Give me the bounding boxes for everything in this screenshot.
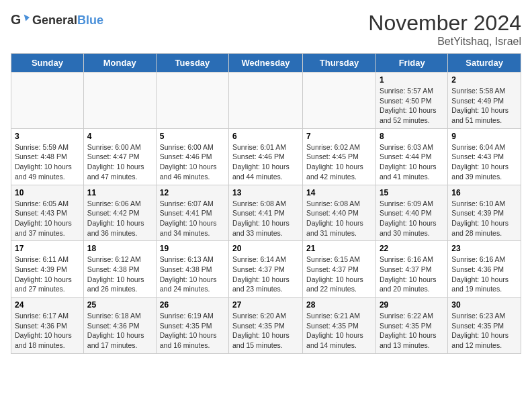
day-cell: 30Sunrise: 6:23 AM Sunset: 4:35 PM Dayli… <box>448 298 521 354</box>
day-cell <box>11 73 84 129</box>
day-number: 15 <box>380 188 444 197</box>
day-number: 5 <box>160 132 225 141</box>
day-cell: 12Sunrise: 6:07 AM Sunset: 4:41 PM Dayli… <box>156 185 228 241</box>
day-number: 1 <box>380 75 444 85</box>
day-info: Sunrise: 6:08 AM Sunset: 4:41 PM Dayligh… <box>232 199 290 237</box>
day-cell: 27Sunrise: 6:20 AM Sunset: 4:35 PM Dayli… <box>229 298 303 354</box>
day-cell <box>156 73 228 129</box>
day-number: 9 <box>451 132 517 141</box>
day-info: Sunrise: 6:23 AM Sunset: 4:35 PM Dayligh… <box>451 312 508 349</box>
day-info: Sunrise: 6:16 AM Sunset: 4:36 PM Dayligh… <box>451 255 508 293</box>
day-info: Sunrise: 6:11 AM Sunset: 4:39 PM Dayligh… <box>15 255 72 293</box>
day-cell: 1Sunrise: 5:57 AM Sunset: 4:50 PM Daylig… <box>375 73 447 129</box>
day-number: 25 <box>87 300 152 310</box>
calendar-header-row: SundayMondayTuesdayWednesdayThursdayFrid… <box>11 54 521 73</box>
day-number: 28 <box>306 300 372 310</box>
day-cell: 19Sunrise: 6:13 AM Sunset: 4:38 PM Dayli… <box>156 241 228 298</box>
day-number: 20 <box>232 244 299 253</box>
day-cell: 26Sunrise: 6:19 AM Sunset: 4:35 PM Dayli… <box>156 298 228 354</box>
day-info: Sunrise: 6:01 AM Sunset: 4:46 PM Dayligh… <box>232 143 290 181</box>
day-number: 22 <box>380 244 444 253</box>
day-cell: 7Sunrise: 6:02 AM Sunset: 4:45 PM Daylig… <box>303 128 376 185</box>
day-cell: 25Sunrise: 6:18 AM Sunset: 4:36 PM Dayli… <box>83 298 156 354</box>
day-cell <box>83 73 156 129</box>
day-cell: 2Sunrise: 5:58 AM Sunset: 4:49 PM Daylig… <box>448 73 521 129</box>
day-info: Sunrise: 6:07 AM Sunset: 4:41 PM Dayligh… <box>160 199 217 237</box>
week-row-3: 10Sunrise: 6:05 AM Sunset: 4:43 PM Dayli… <box>11 185 521 241</box>
day-number: 16 <box>451 188 517 197</box>
day-number: 26 <box>160 300 225 310</box>
day-info: Sunrise: 6:20 AM Sunset: 4:35 PM Dayligh… <box>232 312 290 349</box>
day-info: Sunrise: 6:10 AM Sunset: 4:39 PM Dayligh… <box>451 199 508 237</box>
day-info: Sunrise: 6:09 AM Sunset: 4:40 PM Dayligh… <box>380 199 437 237</box>
day-number: 2 <box>451 75 517 85</box>
day-number: 14 <box>306 188 372 197</box>
day-number: 10 <box>15 188 80 197</box>
day-info: Sunrise: 6:02 AM Sunset: 4:45 PM Dayligh… <box>306 143 363 181</box>
day-number: 3 <box>15 132 80 141</box>
week-row-1: 1Sunrise: 5:57 AM Sunset: 4:50 PM Daylig… <box>11 73 521 129</box>
day-cell: 17Sunrise: 6:11 AM Sunset: 4:39 PM Dayli… <box>11 241 84 298</box>
day-number: 8 <box>380 132 444 141</box>
day-cell: 29Sunrise: 6:22 AM Sunset: 4:35 PM Dayli… <box>375 298 447 354</box>
day-cell <box>303 73 376 129</box>
day-cell: 11Sunrise: 6:06 AM Sunset: 4:42 PM Dayli… <box>83 185 156 241</box>
day-number: 21 <box>306 244 372 253</box>
week-row-2: 3Sunrise: 5:59 AM Sunset: 4:48 PM Daylig… <box>11 128 521 185</box>
logo-icon: G <box>11 11 30 30</box>
day-header-thursday: Thursday <box>303 54 376 73</box>
day-header-friday: Friday <box>375 54 447 73</box>
day-info: Sunrise: 6:17 AM Sunset: 4:36 PM Dayligh… <box>15 312 72 349</box>
day-info: Sunrise: 6:00 AM Sunset: 4:46 PM Dayligh… <box>160 143 217 181</box>
day-info: Sunrise: 5:58 AM Sunset: 4:49 PM Dayligh… <box>451 87 508 124</box>
day-info: Sunrise: 6:15 AM Sunset: 4:37 PM Dayligh… <box>306 255 363 293</box>
day-cell: 16Sunrise: 6:10 AM Sunset: 4:39 PM Dayli… <box>448 185 521 241</box>
day-cell: 8Sunrise: 6:03 AM Sunset: 4:44 PM Daylig… <box>375 128 447 185</box>
day-header-saturday: Saturday <box>448 54 521 73</box>
day-cell: 28Sunrise: 6:21 AM Sunset: 4:35 PM Dayli… <box>303 298 376 354</box>
day-number: 17 <box>15 244 80 253</box>
day-number: 24 <box>15 300 80 310</box>
page-header: G GeneralBlue November 2024 BetYitshaq, … <box>11 11 521 48</box>
day-info: Sunrise: 5:57 AM Sunset: 4:50 PM Dayligh… <box>380 87 437 124</box>
day-info: Sunrise: 5:59 AM Sunset: 4:48 PM Dayligh… <box>15 143 72 181</box>
day-info: Sunrise: 6:05 AM Sunset: 4:43 PM Dayligh… <box>15 199 72 237</box>
svg-marker-1 <box>24 15 30 21</box>
day-header-wednesday: Wednesday <box>229 54 303 73</box>
day-info: Sunrise: 6:19 AM Sunset: 4:35 PM Dayligh… <box>160 312 217 349</box>
day-number: 12 <box>160 188 225 197</box>
title-block: November 2024 BetYitshaq, Israel <box>368 11 521 48</box>
day-header-sunday: Sunday <box>11 54 84 73</box>
day-cell: 3Sunrise: 5:59 AM Sunset: 4:48 PM Daylig… <box>11 128 84 185</box>
day-number: 29 <box>380 300 444 310</box>
day-cell: 20Sunrise: 6:14 AM Sunset: 4:37 PM Dayli… <box>229 241 303 298</box>
day-number: 27 <box>232 300 299 310</box>
day-number: 6 <box>232 132 299 141</box>
day-cell: 18Sunrise: 6:12 AM Sunset: 4:38 PM Dayli… <box>83 241 156 298</box>
day-info: Sunrise: 6:03 AM Sunset: 4:44 PM Dayligh… <box>380 143 437 181</box>
location-title: BetYitshaq, Israel <box>368 36 521 48</box>
day-number: 18 <box>87 244 152 253</box>
day-cell: 13Sunrise: 6:08 AM Sunset: 4:41 PM Dayli… <box>229 185 303 241</box>
day-number: 7 <box>306 132 372 141</box>
day-number: 13 <box>232 188 299 197</box>
day-cell: 15Sunrise: 6:09 AM Sunset: 4:40 PM Dayli… <box>375 185 447 241</box>
day-info: Sunrise: 6:00 AM Sunset: 4:47 PM Dayligh… <box>87 143 144 181</box>
day-info: Sunrise: 6:14 AM Sunset: 4:37 PM Dayligh… <box>232 255 290 293</box>
logo-blue-text: Blue <box>77 13 103 27</box>
calendar-table: SundayMondayTuesdayWednesdayThursdayFrid… <box>11 53 521 354</box>
day-cell: 10Sunrise: 6:05 AM Sunset: 4:43 PM Dayli… <box>11 185 84 241</box>
day-cell: 5Sunrise: 6:00 AM Sunset: 4:46 PM Daylig… <box>156 128 228 185</box>
svg-text:G: G <box>11 12 21 27</box>
day-header-tuesday: Tuesday <box>156 54 228 73</box>
day-cell: 9Sunrise: 6:04 AM Sunset: 4:43 PM Daylig… <box>448 128 521 185</box>
day-cell: 21Sunrise: 6:15 AM Sunset: 4:37 PM Dayli… <box>303 241 376 298</box>
day-info: Sunrise: 6:16 AM Sunset: 4:37 PM Dayligh… <box>380 255 437 293</box>
day-info: Sunrise: 6:08 AM Sunset: 4:40 PM Dayligh… <box>306 199 363 237</box>
day-cell: 14Sunrise: 6:08 AM Sunset: 4:40 PM Dayli… <box>303 185 376 241</box>
day-info: Sunrise: 6:06 AM Sunset: 4:42 PM Dayligh… <box>87 199 144 237</box>
day-cell: 22Sunrise: 6:16 AM Sunset: 4:37 PM Dayli… <box>375 241 447 298</box>
day-info: Sunrise: 6:22 AM Sunset: 4:35 PM Dayligh… <box>380 312 437 349</box>
day-cell: 24Sunrise: 6:17 AM Sunset: 4:36 PM Dayli… <box>11 298 84 354</box>
week-row-4: 17Sunrise: 6:11 AM Sunset: 4:39 PM Dayli… <box>11 241 521 298</box>
